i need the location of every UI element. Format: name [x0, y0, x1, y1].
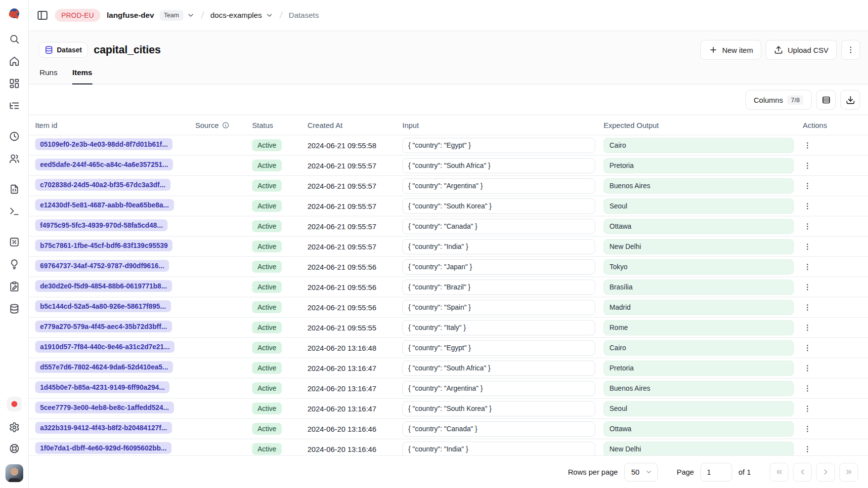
input-cell[interactable]: { "country": "Argentina" } — [402, 178, 595, 194]
new-item-button[interactable]: New item — [700, 40, 762, 60]
expected-output-cell[interactable]: Buenos Aires — [604, 178, 794, 194]
input-cell[interactable]: { "country": "Egypt" } — [402, 138, 595, 153]
expected-output-cell[interactable]: Madrid — [604, 300, 794, 315]
item-id-pill[interactable]: a1910d57-7f84-440c-9e46-a31c2d7e21... — [35, 341, 174, 353]
expected-output-cell[interactable]: Cairo — [604, 138, 794, 153]
row-actions-button[interactable] — [800, 300, 815, 315]
expected-output-cell[interactable]: Cairo — [604, 340, 794, 356]
tab-items[interactable]: Items — [72, 68, 92, 84]
tab-runs[interactable]: Runs — [40, 68, 57, 84]
table-row[interactable]: a322b319-9412-4f43-b8f2-b20484127f... Ac… — [29, 418, 868, 439]
table-row[interactable]: de30d2e0-f5d9-4854-88b6-0619771b8... Act… — [29, 277, 868, 297]
user-avatar[interactable] — [5, 464, 23, 482]
sidebar-item-search[interactable] — [8, 34, 20, 44]
input-cell[interactable]: { "country": "Egypt" } — [402, 340, 595, 356]
expected-output-cell[interactable]: Ottawa — [604, 219, 794, 234]
table-row[interactable]: e779a270-579a-4f45-aec4-35b72d3bff... Ac… — [29, 317, 868, 337]
row-actions-button[interactable] — [800, 340, 815, 355]
row-actions-button[interactable] — [800, 178, 815, 193]
rows-per-page-select[interactable]: 50 — [624, 463, 658, 482]
sidebar-item-users[interactable] — [8, 153, 20, 164]
input-cell[interactable]: { "country": "India" } — [402, 442, 595, 456]
sidebar-item-support[interactable] — [8, 443, 20, 454]
expected-output-cell[interactable]: Brasília — [604, 280, 794, 295]
expected-output-cell[interactable]: Seoul — [604, 401, 794, 416]
sidebar-item-prompts[interactable] — [8, 184, 20, 195]
row-actions-button[interactable] — [800, 259, 815, 274]
table-row[interactable]: b75c7861-1fbe-45cf-bdf6-83f139c95539 Act… — [29, 236, 868, 256]
status-indicator-button[interactable] — [7, 397, 22, 411]
item-id-pill[interactable]: a322b319-9412-4f43-b8f2-b20484127f... — [35, 422, 172, 434]
project-switcher-button[interactable] — [265, 11, 273, 19]
input-cell[interactable]: { "country": "South Africa" } — [402, 361, 595, 376]
table-row[interactable]: c702838d-24d5-40a2-bf35-67dc3a3df... Act… — [29, 175, 868, 196]
table-row[interactable]: 05109ef0-2e3b-4e03-98dd-8f7d01b61f... Ac… — [29, 135, 868, 155]
column-header-source[interactable]: Source — [195, 121, 252, 129]
input-cell[interactable]: { "country": "Canada" } — [402, 421, 595, 437]
row-actions-button[interactable] — [800, 199, 815, 213]
columns-button[interactable]: Columns 7/8 — [745, 90, 812, 110]
input-cell[interactable]: { "country": "South Africa" } — [402, 158, 595, 173]
item-id-pill[interactable]: de30d2e0-f5d9-4854-88b6-0619771b8... — [35, 280, 172, 292]
column-header-created-at[interactable]: Created At — [307, 121, 402, 129]
last-page-button[interactable] — [839, 463, 858, 482]
breadcrumb-section[interactable]: Datasets — [289, 11, 319, 20]
sidebar-item-sessions[interactable] — [8, 131, 20, 142]
sidebar-item-datasets[interactable] — [8, 303, 20, 314]
expected-output-cell[interactable]: Pretoria — [604, 158, 794, 173]
input-cell[interactable]: { "country": "India" } — [402, 239, 595, 254]
input-cell[interactable]: { "country": "Spain" } — [402, 300, 595, 315]
row-height-button[interactable] — [816, 90, 836, 110]
previous-page-button[interactable] — [793, 463, 812, 482]
input-cell[interactable]: { "country": "Canada" } — [402, 219, 595, 234]
item-id-pill[interactable]: e779a270-579a-4f45-aec4-35b72d3bff... — [35, 321, 172, 332]
item-id-pill[interactable]: 5cee7779-3e00-4eb8-be8c-1affedd524... — [35, 402, 174, 413]
table-row[interactable]: 69764737-34af-4752-9787-d90df9616... Act… — [29, 256, 868, 277]
row-actions-button[interactable] — [800, 219, 815, 234]
sidebar-item-dashboards[interactable] — [8, 78, 20, 89]
project-name[interactable]: docs-examples — [210, 11, 261, 20]
table-row[interactable]: e12430df-5e81-4687-aabb-f0ea65be8a... Ac… — [29, 196, 868, 216]
table-row[interactable]: eed5dafe-244f-465c-a84c-4a6e357251... Ac… — [29, 155, 868, 175]
next-page-button[interactable] — [816, 463, 835, 482]
table-row[interactable]: f4975c95-5fc3-4939-970d-58fa5cd48... Act… — [29, 216, 868, 236]
column-header-expected-output[interactable]: Expected Output — [604, 121, 796, 129]
row-actions-button[interactable] — [800, 280, 815, 294]
export-button[interactable] — [840, 90, 860, 110]
sidebar-item-annotation-queues[interactable] — [8, 281, 20, 292]
expected-output-cell[interactable]: Tokyo — [604, 259, 794, 275]
table-row[interactable]: b5c144cd-52a5-4a80-926e-58617f895... Act… — [29, 297, 868, 317]
table-row[interactable]: 1f0e7da1-dbff-4e60-929d-f6095602bb... Ac… — [29, 439, 868, 455]
item-id-pill[interactable]: b5c144cd-52a5-4a80-926e-58617f895... — [35, 300, 171, 312]
expected-output-cell[interactable]: New Delhi — [604, 442, 794, 456]
sidebar-item-home[interactable] — [8, 56, 20, 67]
page-number-input[interactable] — [700, 463, 732, 482]
table-row[interactable]: a1910d57-7f84-440c-9e46-a31c2d7e21... Ac… — [29, 337, 868, 358]
sidebar-item-playground[interactable] — [8, 206, 20, 217]
column-header-status[interactable]: Status — [252, 121, 307, 129]
item-id-pill[interactable]: eed5dafe-244f-465c-a84c-4a6e357251... — [35, 159, 173, 170]
sidebar-toggle-button[interactable] — [37, 9, 48, 21]
upload-csv-button[interactable]: Upload CSV — [766, 40, 837, 60]
table-row[interactable]: 1d45b0e7-b85a-4231-9149-6ff90a294... Act… — [29, 378, 868, 398]
sidebar-item-evaluation[interactable] — [8, 237, 20, 247]
input-cell[interactable]: { "country": "Japan" } — [402, 259, 595, 275]
first-page-button[interactable] — [770, 463, 788, 482]
item-id-pill[interactable]: 05109ef0-2e3b-4e03-98dd-8f7d01b61f... — [35, 138, 173, 150]
table-row[interactable]: 5cee7779-3e00-4eb8-be8c-1affedd524... Ac… — [29, 398, 868, 418]
sidebar-item-tracing[interactable] — [8, 100, 20, 111]
expected-output-cell[interactable]: Seoul — [604, 199, 794, 214]
column-header-input[interactable]: Input — [402, 121, 604, 129]
item-id-pill[interactable]: 1d45b0e7-b85a-4231-9149-6ff90a294... — [35, 381, 170, 393]
org-name[interactable]: langfuse-dev — [107, 11, 154, 20]
row-actions-button[interactable] — [800, 401, 815, 416]
input-cell[interactable]: { "country": "South Korea" } — [402, 401, 595, 416]
org-switcher-button[interactable] — [187, 11, 195, 19]
row-actions-button[interactable] — [800, 158, 815, 173]
row-actions-button[interactable] — [800, 381, 815, 396]
table-row[interactable]: d557e7d6-7802-4624-9da6-52d410ea5... Act… — [29, 358, 868, 378]
item-id-pill[interactable]: 69764737-34af-4752-9787-d90df9616... — [35, 260, 169, 272]
row-actions-button[interactable] — [800, 320, 815, 335]
input-cell[interactable]: { "country": "Italy" } — [402, 320, 595, 335]
row-actions-button[interactable] — [800, 442, 815, 455]
